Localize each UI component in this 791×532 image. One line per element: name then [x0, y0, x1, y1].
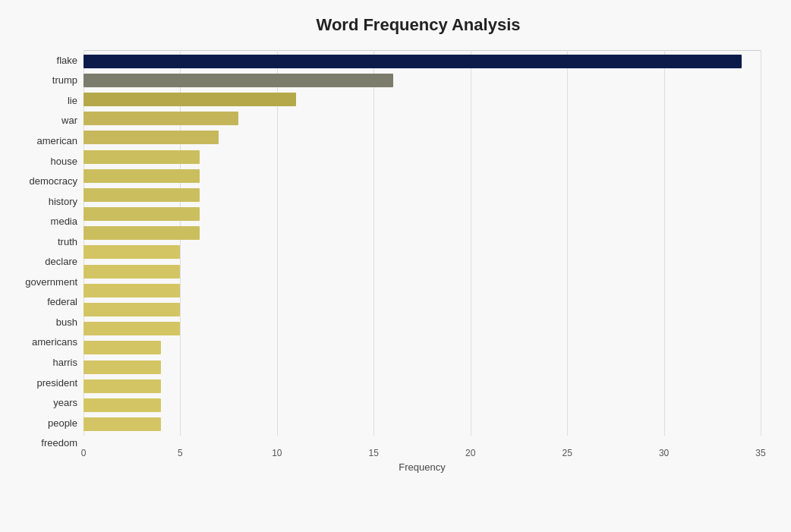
y-label: history — [15, 197, 84, 206]
bar-row — [84, 74, 761, 87]
bar — [84, 379, 161, 393]
y-label: trump — [15, 75, 84, 85]
y-label: lie — [15, 96, 84, 105]
bar — [84, 131, 219, 144]
bar-row — [84, 131, 761, 144]
bar-row — [84, 303, 761, 316]
y-label: war — [15, 115, 84, 125]
y-label: years — [15, 398, 84, 408]
bar-row — [84, 93, 761, 106]
bar-row — [84, 341, 761, 354]
x-tick-label: 35 — [755, 448, 765, 458]
x-tick: 35 — [755, 448, 765, 458]
bar-row — [84, 226, 761, 240]
x-tick: 25 — [562, 448, 572, 458]
bar — [84, 188, 200, 202]
bar-row — [84, 207, 761, 221]
bar — [84, 322, 180, 335]
y-label: freedom — [15, 438, 84, 448]
bar-row — [84, 169, 761, 183]
bar-row — [84, 379, 761, 393]
bar — [84, 265, 180, 279]
x-tick: 20 — [465, 448, 475, 458]
bar-row — [84, 265, 761, 279]
bar — [84, 303, 180, 316]
x-tick-label: 0 — [81, 448, 87, 458]
chart-title: Word Frequency Analysis — [15, 15, 761, 35]
bar — [84, 398, 161, 412]
x-tick: 15 — [369, 448, 379, 458]
bar — [84, 341, 161, 354]
y-label: truth — [15, 237, 84, 247]
bar — [84, 207, 200, 221]
chart-container: Word Frequency Analysis flaketrumpliewar… — [0, 0, 791, 532]
bar-row — [84, 188, 761, 202]
bar — [84, 169, 200, 183]
bar — [84, 74, 393, 87]
x-tick-label: 30 — [659, 448, 669, 458]
y-label: harris — [15, 357, 84, 367]
x-tick: 5 — [178, 448, 183, 458]
chart-area: flaketrumpliewaramericanhousedemocracyhi… — [15, 50, 761, 476]
y-label: house — [15, 156, 84, 166]
y-label: declare — [15, 257, 84, 266]
y-label: american — [15, 136, 84, 146]
bar — [84, 245, 180, 259]
bars-container — [84, 50, 761, 436]
x-tick-label: 20 — [465, 448, 475, 458]
bar-row — [84, 150, 761, 164]
x-tick-label: 5 — [178, 448, 183, 458]
y-label: people — [15, 418, 84, 428]
bar — [84, 226, 200, 240]
x-tick: 10 — [272, 448, 282, 458]
y-labels: flaketrumpliewaramericanhousedemocracyhi… — [15, 50, 84, 476]
bar-row — [84, 398, 761, 412]
x-tick-label: 15 — [369, 448, 379, 458]
bar — [84, 417, 161, 431]
bar-row — [84, 112, 761, 125]
y-label: flake — [15, 55, 84, 65]
bar — [84, 150, 200, 164]
bar-row — [84, 284, 761, 297]
bar — [84, 93, 296, 106]
y-label: media — [15, 216, 84, 226]
x-tick-label: 25 — [562, 448, 572, 458]
y-label: bush — [15, 317, 84, 327]
x-tick: 30 — [659, 448, 669, 458]
bars-and-grid: 05101520253035 Frequency — [84, 50, 761, 476]
y-label: federal — [15, 297, 84, 307]
bar — [84, 360, 161, 374]
bar-row — [84, 417, 761, 431]
bar-row — [84, 322, 761, 335]
grid-line — [761, 50, 761, 436]
bar-row — [84, 360, 761, 374]
bar — [84, 112, 238, 125]
grid-and-bars — [84, 50, 761, 436]
y-label: americans — [15, 337, 84, 347]
x-axis-title: Frequency — [84, 461, 761, 476]
bar-row — [84, 245, 761, 259]
bar — [84, 55, 742, 68]
bar — [84, 284, 180, 297]
y-label: president — [15, 378, 84, 388]
y-label: government — [15, 277, 84, 287]
bar-row — [84, 55, 761, 68]
x-axis: 05101520253035 — [84, 436, 761, 458]
y-label: democracy — [15, 176, 84, 186]
x-tick: 0 — [81, 448, 87, 458]
x-tick-label: 10 — [272, 448, 282, 458]
